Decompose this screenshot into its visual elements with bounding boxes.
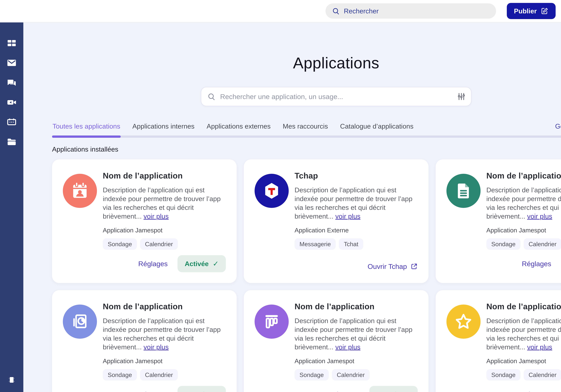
app-description: Description de l’application qui est ind… xyxy=(486,316,561,351)
app-meta: Application Jamespot xyxy=(103,357,226,365)
card-body: Nom de l’applicationDescription de l’app… xyxy=(486,302,561,392)
application-card: Nom de l’applicationDescription de l’app… xyxy=(436,159,561,283)
open-app-link[interactable]: Ouvrir Tchap xyxy=(367,262,418,271)
card-body: TchapDescription de l’application qui es… xyxy=(294,171,418,272)
application-card: TchapDescription de l’application qui es… xyxy=(244,159,428,283)
check-icon: ✓ xyxy=(213,390,219,392)
card-footer: RéglagesActivée✓ xyxy=(103,381,226,392)
chat-icon xyxy=(6,77,17,88)
tag-row: SondageCalendrier xyxy=(103,369,226,381)
tag-chip: Calendrier xyxy=(140,369,178,381)
tab-catalogue-d-applications[interactable]: Catalogue d’applications xyxy=(340,122,414,135)
app-search xyxy=(201,87,472,106)
global-search[interactable] xyxy=(325,3,496,19)
status-label: Activée xyxy=(377,391,400,392)
page-title: Applications xyxy=(52,54,561,72)
see-more-link[interactable]: voir plus xyxy=(144,343,169,351)
card-footer: RéglagesActivée✓ xyxy=(486,381,561,392)
check-icon: ✓ xyxy=(404,390,410,392)
settings-link[interactable]: Réglages xyxy=(138,260,168,268)
sidebar-nav xyxy=(0,22,23,392)
tag-chip: Calendrier xyxy=(524,369,561,381)
app-name: Nom de l’application xyxy=(103,302,226,311)
app-name: Tchap xyxy=(294,171,418,180)
app-name: Nom de l’application xyxy=(294,302,418,311)
see-more-link[interactable]: voir plus xyxy=(335,343,360,351)
app-description: Description de l’application qui est ind… xyxy=(103,186,226,221)
tab-applications-externes[interactable]: Applications externes xyxy=(206,122,271,135)
search-icon xyxy=(332,7,340,15)
app-icon-calendar-person xyxy=(63,174,97,208)
sidebar-item-folder[interactable] xyxy=(3,133,21,151)
application-card: Nom de l’applicationDescription de l’app… xyxy=(244,290,428,392)
card-footer: RéglagesActivée✓ xyxy=(486,250,561,272)
app-description: Description de l’application qui est ind… xyxy=(103,316,226,351)
card-footer: Ouvrir Tchap xyxy=(294,255,418,272)
topbar: Publier 8 xyxy=(0,0,561,22)
settings-label: Réglages xyxy=(330,391,359,392)
status-activated-button[interactable]: Activée✓ xyxy=(177,386,226,392)
tag-row: SondageCalendrier xyxy=(486,238,561,250)
tab-toutes-les-applications[interactable]: Toutes les applications xyxy=(52,122,121,135)
card-body: Nom de l’applicationDescription de l’app… xyxy=(486,171,561,272)
tab-mes-raccourcis[interactable]: Mes raccourcis xyxy=(282,122,328,135)
see-more-link[interactable]: voir plus xyxy=(527,343,552,351)
dashboard-icon xyxy=(6,38,17,48)
filter-sliders-icon[interactable] xyxy=(457,92,466,101)
tabbar: Toutes les applicationsApplications inte… xyxy=(52,122,561,138)
tag-chip: Calendrier xyxy=(524,238,561,250)
status-label: Activée xyxy=(185,260,209,268)
publish-button[interactable]: Publier xyxy=(507,3,556,19)
sidebar-item-dashboard[interactable] xyxy=(3,34,21,52)
card-footer: RéglagesActivée✓ xyxy=(294,381,418,392)
card-body: Nom de l’applicationDescription de l’app… xyxy=(294,302,418,392)
settings-link[interactable]: Réglages xyxy=(522,260,551,268)
tag-row: SondageCalendrier xyxy=(486,369,561,381)
app-meta: Application Externe xyxy=(294,227,418,234)
status-activated-button[interactable]: Activée✓ xyxy=(369,386,418,392)
card-body: Nom de l’applicationDescription de l’app… xyxy=(103,302,226,392)
calendar-icon xyxy=(6,117,17,128)
status-label: Activée xyxy=(185,391,209,392)
see-more-link[interactable]: voir plus xyxy=(144,213,169,220)
tag-chip: Messagerie xyxy=(294,238,336,250)
sidebar-item-calendar[interactable] xyxy=(3,113,21,131)
cards-fan-icon xyxy=(6,375,17,386)
settings-link[interactable]: Réglages xyxy=(330,391,359,392)
app-icon-document xyxy=(446,174,481,208)
status-activated-button[interactable]: Activée✓ xyxy=(177,255,226,272)
tag-chip: Sondage xyxy=(103,238,137,250)
global-search-input[interactable] xyxy=(344,7,490,15)
tag-chip: Sondage xyxy=(294,369,329,381)
card-body: Nom de l’applicationDescription de l’app… xyxy=(103,171,226,272)
manage-applications-link[interactable]: Gérer les applications xyxy=(555,122,561,135)
settings-link[interactable]: Réglages xyxy=(138,391,168,392)
sidebar-item-mail[interactable] xyxy=(3,54,21,72)
tag-chip: Calendrier xyxy=(332,369,370,381)
settings-link[interactable]: Réglages xyxy=(522,391,551,392)
sidebar-item-video[interactable] xyxy=(3,93,21,111)
app-meta: Application Jamespot xyxy=(103,227,226,234)
see-more-link[interactable]: voir plus xyxy=(527,213,552,220)
app-description: Description de l’application qui est ind… xyxy=(294,186,418,221)
tag-chip: Sondage xyxy=(103,369,137,381)
app-shell: Applications Toutes les applicationsAppl… xyxy=(0,22,561,392)
app-icon-report-pie xyxy=(63,305,97,339)
tab-applications-internes[interactable]: Applications internes xyxy=(132,122,195,135)
application-card: Nom de l’applicationDescription de l’app… xyxy=(436,290,561,392)
sidebar-item-chat[interactable] xyxy=(3,74,21,92)
external-link-icon xyxy=(410,263,418,270)
app-search-input[interactable] xyxy=(201,87,472,106)
sidebar-item-cards[interactable] xyxy=(3,371,21,389)
app-meta: Application Jamespot xyxy=(486,227,561,234)
application-card: Nom de l’applicationDescription de l’app… xyxy=(52,290,237,392)
tag-chip: Calendrier xyxy=(140,238,178,250)
tag-row: MessagerieTchat xyxy=(294,238,418,250)
video-icon xyxy=(6,97,17,108)
app-icon-kanban xyxy=(255,305,289,339)
see-more-link[interactable]: voir plus xyxy=(335,213,360,220)
app-name: Nom de l’application xyxy=(486,302,561,311)
app-meta: Application Jamespot xyxy=(294,357,418,365)
search-icon xyxy=(207,92,216,101)
app-icon-star xyxy=(446,305,481,339)
